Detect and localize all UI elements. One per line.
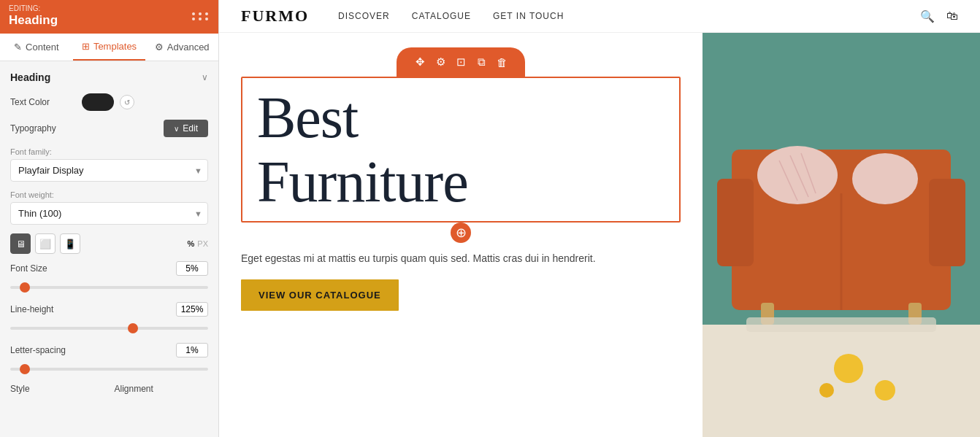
color-reset-button[interactable]: ↺: [120, 95, 134, 109]
alignment-col: Alignment: [115, 384, 209, 398]
tab-templates[interactable]: ⊞ Templates: [73, 34, 146, 61]
editing-bar: EDITING: Heading: [0, 0, 218, 34]
text-color-row: Text Color ↺: [10, 93, 208, 111]
heading-box: Best Furniture: [241, 77, 681, 223]
tablet-device-button[interactable]: ⬜: [35, 233, 55, 254]
line-height-input[interactable]: [176, 302, 208, 317]
delete-toolbar-button[interactable]: 🗑: [491, 52, 512, 72]
save-toolbar-button[interactable]: ⊡: [451, 52, 471, 72]
font-size-row: Font Size: [10, 261, 208, 292]
svg-rect-4: [717, 179, 754, 266]
unit-group: % PX: [188, 239, 208, 248]
editing-title: Heading: [9, 13, 58, 27]
templates-icon: ⊞: [82, 41, 90, 52]
nav-discover[interactable]: DISCOVER: [338, 11, 390, 21]
letter-spacing-input[interactable]: [176, 343, 208, 357]
percent-unit[interactable]: %: [188, 239, 195, 248]
typography-label: Typography: [10, 123, 164, 134]
font-weight-select-wrapper: Thin (100) Light (300) Regular (400) Bol…: [10, 202, 208, 225]
advanced-icon: ⚙: [155, 42, 164, 53]
move-toolbar-button[interactable]: ✥: [410, 52, 430, 72]
content-icon: ✎: [14, 42, 22, 53]
hero-image: [703, 33, 980, 437]
heading-line1: Best: [257, 85, 358, 150]
hero-subtitle: Eget egestas mi at mattis eu turpis quam…: [241, 250, 596, 266]
cart-icon[interactable]: 🛍: [946, 9, 958, 23]
svg-rect-17: [746, 317, 936, 332]
panel-tabs: ✎ Content ⊞ Templates ⚙ Advanced: [0, 34, 218, 61]
font-weight-select[interactable]: Thin (100) Light (300) Regular (400) Bol…: [10, 202, 208, 225]
px-unit[interactable]: PX: [197, 239, 208, 248]
tab-advanced[interactable]: ⚙ Advanced: [145, 34, 218, 61]
color-swatch[interactable]: [82, 93, 114, 111]
font-size-slider[interactable]: [10, 286, 208, 289]
tab-templates-label: Templates: [93, 41, 137, 52]
line-height-slider[interactable]: [10, 327, 208, 330]
heading-line2: Furniture: [257, 150, 468, 214]
font-size-label: Font Size: [10, 263, 47, 274]
add-element-button[interactable]: ⊕: [451, 223, 471, 243]
nav-catalogue[interactable]: CATALOGUE: [412, 11, 471, 21]
font-weight-section: Font weight: Thin (100) Light (300) Regu…: [10, 190, 208, 225]
font-family-select-wrapper: Playfair Display Arial Georgia ▼: [10, 159, 208, 182]
tab-content-label: Content: [26, 42, 59, 53]
drag-handle[interactable]: [192, 12, 210, 20]
site-logo: FURMO: [241, 7, 309, 26]
mobile-device-button[interactable]: 📱: [60, 233, 80, 254]
alignment-label: Alignment: [115, 384, 209, 394]
letter-spacing-label: Letter-spacing: [10, 345, 66, 355]
letter-spacing-row: Letter-spacing: [10, 343, 208, 374]
device-unit-row: 🖥 ⬜ 📱 % PX: [10, 233, 208, 254]
letter-spacing-slider[interactable]: [10, 368, 208, 371]
style-col: Style: [10, 384, 104, 398]
tab-content[interactable]: ✎ Content: [0, 34, 73, 61]
navbar: FURMO DISCOVER CATALOGUE GET IN TOUCH 🔍 …: [219, 0, 980, 33]
section-heading: Heading ∨: [10, 71, 208, 83]
panel-body: Heading ∨ Text Color ↺ Typography ∨ Edit…: [0, 61, 218, 437]
content-area: ✥ ⚙ ⊡ ⧉ 🗑 Best Furniture ⊕ Eget egestas …: [219, 33, 980, 437]
svg-point-15: [875, 380, 895, 401]
style-label: Style: [10, 384, 104, 394]
editing-label: EDITING:: [9, 4, 58, 12]
svg-point-8: [852, 153, 918, 204]
nav-icons: 🔍 🛍: [920, 9, 958, 23]
text-color-label: Text Color: [10, 97, 76, 107]
line-height-label: Line-height: [10, 304, 53, 314]
sofa-svg: [703, 33, 980, 437]
edit-typography-button[interactable]: ∨ Edit: [164, 120, 208, 137]
font-size-input[interactable]: [176, 261, 208, 276]
settings-toolbar-button[interactable]: ⚙: [430, 52, 451, 72]
heading-text: Best Furniture: [257, 85, 665, 214]
copy-toolbar-button[interactable]: ⧉: [471, 52, 491, 72]
svg-point-7: [757, 146, 838, 204]
letter-spacing-value-wrap: [176, 343, 208, 357]
font-weight-label: Font weight:: [10, 190, 208, 199]
nav-links: DISCOVER CATALOGUE GET IN TOUCH: [338, 11, 891, 21]
svg-point-16: [819, 383, 834, 398]
nav-get-in-touch[interactable]: GET IN TOUCH: [493, 11, 564, 21]
edit-btn-label: Edit: [183, 123, 198, 134]
line-height-value-wrap: [176, 302, 208, 317]
cta-button[interactable]: VIEW OUR CATALOGUE: [241, 279, 399, 311]
line-height-row: Line-height: [10, 302, 208, 333]
font-size-value-wrap: [176, 261, 208, 276]
left-panel: EDITING: Heading ✎ Content ⊞ Templates ⚙…: [0, 0, 219, 437]
tab-advanced-label: Advanced: [167, 42, 210, 53]
svg-rect-5: [929, 179, 965, 266]
hero-left: ✥ ⚙ ⊡ ⧉ 🗑 Best Furniture ⊕ Eget egestas …: [219, 33, 703, 437]
main-area: FURMO DISCOVER CATALOGUE GET IN TOUCH 🔍 …: [219, 0, 980, 437]
chevron-icon: ∨: [174, 125, 179, 133]
typography-row: Typography ∨ Edit: [10, 120, 208, 137]
desktop-device-button[interactable]: 🖥: [10, 233, 31, 254]
font-family-label: Font family:: [10, 147, 208, 156]
sofa-visual: [703, 33, 980, 437]
collapse-icon[interactable]: ∨: [202, 72, 208, 82]
style-align-row: Style Alignment: [10, 384, 208, 398]
section-title: Heading: [10, 71, 50, 83]
element-toolbar: ✥ ⚙ ⊡ ⧉ 🗑: [397, 47, 525, 77]
font-family-section: Font family: Playfair Display Arial Geor…: [10, 147, 208, 182]
font-family-select[interactable]: Playfair Display Arial Georgia: [10, 159, 208, 182]
svg-point-14: [834, 354, 863, 383]
search-icon[interactable]: 🔍: [920, 9, 935, 23]
